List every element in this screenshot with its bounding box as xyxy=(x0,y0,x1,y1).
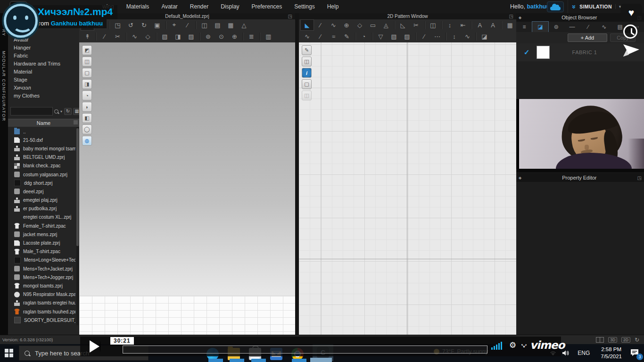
fabric-tab[interactable]: ◪ xyxy=(532,22,548,32)
watch-later-clock-icon[interactable] xyxy=(623,25,637,39)
file-row[interactable]: Mens+Tech+Jogger.zprj xyxy=(8,273,75,281)
unfold-arrangement-tool[interactable]: ↻ xyxy=(138,20,150,30)
pin-tool[interactable]: ⌖ xyxy=(168,20,181,30)
seam-length-tool[interactable]: ↕ xyxy=(444,20,456,30)
pattern-canvas-2d[interactable]: ✎◫i▢◫ xyxy=(299,42,516,335)
separator[interactable] xyxy=(107,20,111,30)
popout-icon[interactable]: ◳ xyxy=(635,175,644,181)
action-center-icon[interactable]: 3 xyxy=(630,348,642,358)
language-indicator[interactable]: ENG xyxy=(575,349,593,357)
library-category[interactable]: Hanger xyxy=(8,44,79,52)
separator[interactable] xyxy=(164,20,167,30)
locked-garment-icon[interactable]: ◫ xyxy=(302,90,312,100)
clo-cloud-icon[interactable] xyxy=(547,1,564,12)
file-row[interactable]: mongol tsamts.zprj xyxy=(8,281,75,290)
menu-item[interactable]: Display xyxy=(215,0,245,13)
fabric-texture-tool[interactable]: ▧ xyxy=(158,31,171,41)
snapshot-3d-button[interactable]: 3D xyxy=(608,337,617,343)
puckering-tab[interactable]: ∿ xyxy=(596,22,612,32)
username-link[interactable]: batkhuu xyxy=(527,3,550,10)
refresh-icon[interactable]: ↻ xyxy=(64,108,72,115)
separator[interactable] xyxy=(155,31,158,41)
buttonhole-tool[interactable]: ⊙ xyxy=(215,31,228,41)
environment-globe-icon[interactable]: ◍ xyxy=(82,136,92,146)
attach-button-tool[interactable]: ⊕ xyxy=(228,31,241,41)
add-point-tool[interactable]: ⊕ xyxy=(340,20,353,30)
file-row[interactable]: eregtei costum XL..zprj xyxy=(8,213,75,222)
menu-item[interactable]: Help xyxy=(321,0,345,13)
garment-visibility-icon[interactable]: ◫ xyxy=(302,57,312,66)
seam-taping-tool[interactable]: ▨ xyxy=(401,31,413,41)
separator[interactable] xyxy=(354,31,357,41)
pattern-move-tool[interactable]: ◳ xyxy=(111,20,124,30)
trim-tool[interactable]: ▥ xyxy=(262,31,275,41)
sync-icon[interactable]: ↻ xyxy=(635,337,639,343)
rectangle-tool[interactable]: ▭ xyxy=(366,20,379,30)
file-row[interactable]: Male_T-shirt.zpac xyxy=(8,247,75,256)
separator[interactable] xyxy=(470,20,473,30)
separator[interactable] xyxy=(194,20,198,30)
separator[interactable] xyxy=(414,31,417,41)
taskbar-preview-bar[interactable] xyxy=(230,359,244,362)
avatar-fit-tool[interactable]: △ xyxy=(238,20,250,30)
measure-tool[interactable]: ⇤ xyxy=(457,20,470,30)
baseline-tool[interactable]: ⋯ xyxy=(431,31,444,41)
taskbar-preview-bar[interactable] xyxy=(310,358,332,362)
separator[interactable] xyxy=(241,31,245,41)
mn-sew-tool[interactable]: ≈ xyxy=(327,31,340,41)
add-button[interactable]: + Add xyxy=(568,33,607,42)
volume-icon[interactable] xyxy=(491,342,502,350)
separator[interactable] xyxy=(500,20,503,30)
file-list-header[interactable]: Name xyxy=(8,119,79,127)
elastic-tool[interactable]: ↕ xyxy=(448,31,461,41)
buttonhole-tab[interactable]: — xyxy=(564,22,580,32)
separator[interactable] xyxy=(371,31,374,41)
window-3d-tab-title[interactable]: Default_Modelist.zprj xyxy=(165,14,209,19)
dart-tool[interactable]: ◬ xyxy=(380,20,392,30)
file-row[interactable]: N95 Respirator Mask.zpac xyxy=(8,290,75,299)
file-list-scrollbar[interactable] xyxy=(76,127,79,325)
button-tool[interactable]: ⊚ xyxy=(202,31,215,41)
garment-check-tool[interactable]: ▨ xyxy=(185,31,198,41)
garment-solid-icon[interactable]: ▢ xyxy=(82,68,92,78)
text-tool[interactable]: A xyxy=(473,20,486,30)
scrollbar-thumb[interactable] xyxy=(76,128,79,246)
library-category[interactable]: Material xyxy=(8,68,79,76)
button-tab[interactable]: ⊚ xyxy=(548,22,564,32)
file-row[interactable]: Lacoste plate.zprj xyxy=(8,239,75,247)
file-row[interactable]: BELTGEL UMD.zprj xyxy=(8,153,75,162)
separator[interactable] xyxy=(198,31,201,41)
iron-tool[interactable]: ◔ xyxy=(357,31,370,41)
zipper-tool[interactable]: ≣ xyxy=(245,31,258,41)
file-row[interactable]: deeel.zprj xyxy=(8,187,75,196)
menu-item[interactable]: Preferences xyxy=(246,0,289,13)
file-row[interactable]: blank check..zpac xyxy=(8,162,75,170)
edit-curvature-tool[interactable]: ∿ xyxy=(327,20,340,30)
separator[interactable] xyxy=(393,20,396,30)
segment-sew-tool[interactable]: ∿ xyxy=(301,31,314,41)
checkmark-icon[interactable]: ✓ xyxy=(524,48,530,57)
library-category[interactable]: Хичээл xyxy=(8,84,79,92)
polygon-tool[interactable]: ◇ xyxy=(354,20,366,30)
library-search-input[interactable] xyxy=(10,107,53,115)
arrange-pair-tool[interactable]: ▦ xyxy=(224,20,237,30)
separator[interactable] xyxy=(440,20,443,30)
separator[interactable] xyxy=(94,31,98,41)
taskbar-preview-bar[interactable] xyxy=(292,359,306,362)
play-button[interactable] xyxy=(90,340,100,353)
edit-pattern-tool[interactable]: ∕ xyxy=(314,20,327,30)
shoe-display-icon[interactable]: ◗ xyxy=(82,102,92,112)
file-row[interactable]: Mens+Long+Sleeve+Tech+T- xyxy=(8,256,75,264)
pin-icon[interactable]: ◆ xyxy=(516,176,524,180)
style-line-tool[interactable]: ◨ xyxy=(172,31,184,41)
transform-pattern-tool[interactable]: ◣ xyxy=(301,20,314,30)
taskbar-preview-bar[interactable] xyxy=(251,359,266,362)
info-overlay-icon[interactable]: i xyxy=(302,68,312,78)
sewing-move-tool[interactable]: ▣ xyxy=(151,20,164,30)
free-sew-tool[interactable]: ∕ xyxy=(314,31,327,41)
clone-pattern-tool[interactable]: ◫ xyxy=(427,20,439,30)
library-category[interactable]: Fabric xyxy=(8,52,79,60)
cut-sew-tool[interactable]: ✂ xyxy=(410,20,422,30)
file-row[interactable]: ddg short.zprj xyxy=(8,179,75,187)
file-row[interactable]: raglan tsamts huuhed.zprj xyxy=(8,307,75,316)
